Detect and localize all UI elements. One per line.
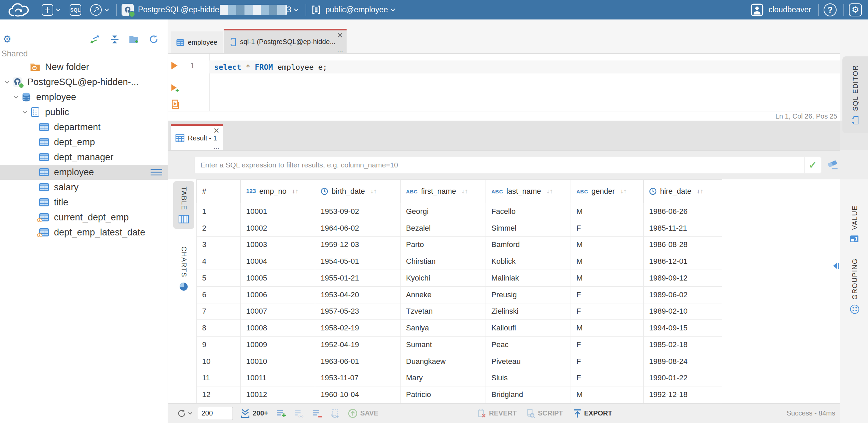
chevron-down-icon[interactable] [20,110,29,114]
data-cell[interactable]: Georgi [401,203,486,220]
row-number-cell[interactable]: 6 [196,287,241,303]
data-cell[interactable]: F [571,337,644,353]
data-cell[interactable]: 1959-12-03 [315,237,401,254]
row-number-cell[interactable]: 7 [196,303,241,320]
data-cell[interactable]: Parto [401,237,486,254]
save-button[interactable]: SAVE [348,409,378,418]
open-panel-icon[interactable] [831,261,840,270]
data-cell[interactable]: 10003 [241,237,315,254]
tab-result-1[interactable]: Result - 1 ✕ ... [171,124,223,150]
data-cell[interactable]: 1958-02-19 [315,320,401,337]
tree-item-dept-emp-latest-date[interactable]: dept_emp_latest_date [0,225,168,240]
refresh-document-button[interactable] [330,409,340,418]
data-cell[interactable]: 1994-09-15 [644,320,722,337]
data-cell[interactable]: Zielinski [486,303,571,320]
row-number-cell[interactable]: 10 [196,353,241,370]
row-number-cell[interactable]: 12 [196,386,241,403]
data-cell[interactable]: 1989-02-10 [644,303,722,320]
data-cell[interactable]: 1964-06-02 [315,220,401,237]
sql-code-line[interactable]: select * FROM employee e; [209,63,327,71]
sort-icon[interactable]: ↓↑ [620,188,627,195]
row-number-cell[interactable]: 1 [196,203,241,220]
data-cell[interactable]: 1953-09-02 [315,203,401,220]
sort-icon[interactable]: ↓↑ [462,188,468,195]
data-cell[interactable]: Preusig [486,287,571,303]
data-cell[interactable]: 10006 [241,287,315,303]
close-icon[interactable]: ✕ [337,32,343,39]
driver-wrench-icon[interactable] [90,4,102,16]
execute-new-tab-button[interactable] [171,84,180,93]
data-cell[interactable]: Kalloufi [486,320,571,337]
data-cell[interactable]: 1986-08-28 [644,237,722,254]
data-cell[interactable]: 1957-05-23 [315,303,401,320]
data-cell[interactable]: Bridgland [486,386,571,403]
data-cell[interactable]: 10010 [241,353,315,370]
data-cell[interactable]: Anneke [401,287,486,303]
help-button[interactable]: ? [824,3,837,16]
data-cell[interactable]: M [571,237,644,254]
tab-grouping[interactable]: GROUPING [842,252,867,320]
tree-item-employee[interactable]: employee [0,165,168,180]
new-folder-icon[interactable] [129,35,140,44]
refresh-results-button[interactable] [177,409,192,418]
new-sql-editor-button[interactable]: SQL [70,4,81,16]
data-cell[interactable]: 1953-11-07 [315,370,401,387]
data-cell[interactable]: M [571,253,644,270]
execute-script-button[interactable] [171,99,180,110]
settings-button[interactable]: ⚙ [849,3,862,16]
tree-item-current-dept-emp[interactable]: current_dept_emp [0,210,168,225]
apply-filter-button[interactable]: ✓ [804,157,821,173]
data-cell[interactable]: 10002 [241,220,315,237]
navigator-settings-icon[interactable]: ⚙ [3,35,11,44]
data-cell[interactable]: 1986-12-01 [644,253,722,270]
data-cell[interactable]: 10005 [241,270,315,287]
data-cell[interactable]: Patricio [401,386,486,403]
tab-value[interactable]: VALUE [842,199,867,250]
user-menu[interactable]: cloudbeaver [750,3,811,17]
data-cell[interactable]: 10001 [241,203,315,220]
data-cell[interactable]: F [571,370,644,387]
revert-button[interactable]: REVERT [477,409,517,418]
row-number-cell[interactable]: 4 [196,253,241,270]
add-row-button[interactable] [276,409,286,418]
tree-item-dept-emp[interactable]: dept_emp [0,135,168,150]
row-number-cell[interactable]: 3 [196,237,241,254]
refresh-icon[interactable] [149,34,159,44]
chevron-down-icon[interactable] [294,8,299,12]
data-cell[interactable]: 1955-01-21 [315,270,401,287]
filter-input[interactable] [195,157,804,173]
data-cell[interactable]: Sumant [401,337,486,353]
tab-menu-icon[interactable]: ... [337,47,343,53]
data-cell[interactable]: Simmel [486,220,571,237]
data-cell[interactable]: Duangkaew [401,353,486,370]
data-cell[interactable]: 10012 [241,386,315,403]
data-cell[interactable]: 10011 [241,370,315,387]
row-number-cell[interactable]: 5 [196,270,241,287]
tab-sql-editor[interactable]: SQL EDITOR [842,56,868,133]
column-header-rownum[interactable]: # [196,179,241,203]
column-header-hire_date[interactable]: hire_date↓↑ [644,179,722,203]
column-header-emp_no[interactable]: 123emp_no↓↑ [241,179,315,203]
data-cell[interactable]: 1989-08-24 [644,353,722,370]
data-cell[interactable]: Bezalel [401,220,486,237]
delete-row-button[interactable] [312,409,323,418]
data-cell[interactable]: 1985-11-21 [644,220,722,237]
data-cell[interactable]: Tzvetan [401,303,486,320]
data-cell[interactable]: Sluis [486,370,571,387]
row-number-cell[interactable]: 8 [196,320,241,337]
data-cell[interactable]: M [571,320,644,337]
fetch-more-button[interactable]: 200+ [240,409,268,418]
tree-item-department[interactable]: department [0,120,168,135]
connection-selector[interactable]: PostgreSQL@ep-hidde 3 [122,4,299,16]
data-cell[interactable]: Saniya [401,320,486,337]
data-cell[interactable]: Koblick [486,253,571,270]
export-button[interactable]: EXPORT [573,409,612,418]
tree-item-public[interactable]: public [0,105,168,120]
tree-item-salary[interactable]: salary [0,180,168,195]
column-header-birth_date[interactable]: birth_date↓↑ [315,179,401,203]
data-cell[interactable]: 10009 [241,337,315,353]
data-cell[interactable]: 1990-01-22 [644,370,722,387]
tab-table[interactable]: TABLE [173,181,194,229]
data-cell[interactable]: Facello [486,203,571,220]
row-number-cell[interactable]: 9 [196,337,241,353]
